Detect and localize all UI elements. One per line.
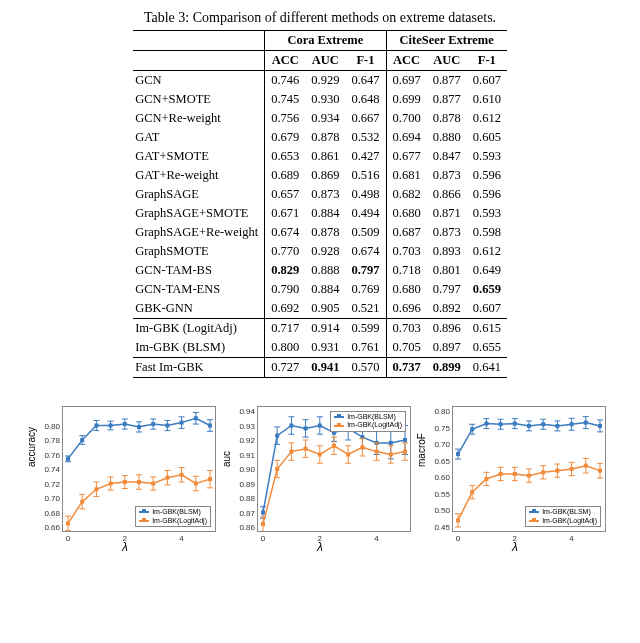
svg-rect-37 <box>123 422 127 426</box>
charts-row: accuracy0.660.680.700.720.740.760.780.80… <box>30 400 610 550</box>
ylabel: macroF <box>416 433 427 467</box>
ytick: 0.68 <box>44 508 63 517</box>
ytick: 0.60 <box>434 473 453 482</box>
svg-rect-213 <box>513 422 517 426</box>
value-cell: 0.873 <box>305 185 345 204</box>
value-cell: 0.696 <box>386 299 427 319</box>
svg-rect-169 <box>318 453 322 457</box>
value-cell: 0.899 <box>427 358 467 378</box>
value-cell: 0.687 <box>386 223 427 242</box>
svg-rect-254 <box>470 490 474 494</box>
ylabel: auc <box>221 451 232 467</box>
svg-rect-43 <box>208 424 212 428</box>
ytick: 0.91 <box>239 450 258 459</box>
method-cell: Im-GBK (BLSM) <box>133 338 265 358</box>
value-cell: 0.905 <box>305 299 345 319</box>
svg-rect-259 <box>541 470 545 474</box>
value-cell: 0.612 <box>467 242 507 261</box>
xlabel: λ <box>317 540 323 554</box>
value-cell: 0.861 <box>305 147 345 166</box>
legend: Im-GBK(BLSM)Im-GBK(LogitAdj) <box>525 506 601 527</box>
ytick: 0.70 <box>44 494 63 503</box>
value-cell: 0.893 <box>427 242 467 261</box>
value-cell: 0.866 <box>427 185 467 204</box>
svg-rect-165 <box>261 522 265 526</box>
value-cell: 0.681 <box>386 166 427 185</box>
svg-rect-87 <box>208 477 212 481</box>
value-cell: 0.649 <box>467 261 507 280</box>
ytick: 0.55 <box>434 489 453 498</box>
ytick: 0.92 <box>239 436 258 445</box>
svg-rect-218 <box>584 421 588 425</box>
ytick: 0.65 <box>434 456 453 465</box>
svg-rect-39 <box>151 422 155 426</box>
value-cell: 0.532 <box>345 128 386 147</box>
svg-rect-84 <box>165 476 169 480</box>
value-cell: 0.929 <box>305 71 345 91</box>
method-cell: GraphSAGE+SMOTE <box>133 204 265 223</box>
value-cell: 0.801 <box>427 261 467 280</box>
ytick: 0.72 <box>44 479 63 488</box>
results-table: Cora Extreme CiteSeer Extreme ACCAUCF-1A… <box>133 30 507 378</box>
svg-rect-219 <box>598 424 602 428</box>
value-cell: 0.871 <box>427 204 467 223</box>
method-cell: GAT+Re-weight <box>133 166 265 185</box>
svg-rect-261 <box>570 467 574 471</box>
value-cell: 0.878 <box>305 128 345 147</box>
value-cell: 0.598 <box>467 223 507 242</box>
legend: Im-GBK(BLSM)Im-GBK(LogitAdj) <box>135 506 211 527</box>
value-cell: 0.677 <box>386 147 427 166</box>
value-cell: 0.800 <box>265 338 306 358</box>
value-cell: 0.790 <box>265 280 306 299</box>
value-cell: 0.761 <box>345 338 386 358</box>
svg-rect-255 <box>484 477 488 481</box>
value-cell: 0.682 <box>386 185 427 204</box>
value-cell: 0.877 <box>427 90 467 109</box>
value-cell: 0.897 <box>427 338 467 358</box>
value-cell: 0.877 <box>427 71 467 91</box>
svg-rect-35 <box>94 424 98 428</box>
svg-rect-42 <box>194 416 198 420</box>
svg-rect-257 <box>513 472 517 476</box>
value-cell: 0.770 <box>265 242 306 261</box>
legend-s1: Im-GBK(BLSM) <box>542 508 591 516</box>
svg-rect-38 <box>137 425 141 429</box>
ylabel: accuracy <box>26 427 37 467</box>
legend-s2: Im-GBK(LogitAdj) <box>347 421 402 429</box>
value-cell: 0.878 <box>427 109 467 128</box>
value-cell: 0.873 <box>427 166 467 185</box>
svg-rect-174 <box>389 453 393 457</box>
value-cell: 0.509 <box>345 223 386 242</box>
value-cell: 0.689 <box>265 166 306 185</box>
xtick: 0 <box>456 534 460 543</box>
value-cell: 0.516 <box>345 166 386 185</box>
ytick: 0.45 <box>434 523 453 532</box>
chart-accuracy: accuracy0.660.680.700.720.740.760.780.80… <box>30 400 220 550</box>
legend-s1: Im-GBK(BLSM) <box>347 413 396 421</box>
value-cell: 0.694 <box>386 128 427 147</box>
method-cell: GCN+Re-weight <box>133 109 265 128</box>
method-cell: Fast Im-GBK <box>133 358 265 378</box>
xlabel: λ <box>122 540 128 554</box>
value-cell: 0.494 <box>345 204 386 223</box>
svg-rect-167 <box>289 450 293 454</box>
legend-s1: Im-GBK(BLSM) <box>152 508 201 516</box>
group-citeseer: CiteSeer Extreme <box>386 31 507 51</box>
value-cell: 0.596 <box>467 185 507 204</box>
value-cell: 0.717 <box>265 319 306 339</box>
ytick: 0.89 <box>239 479 258 488</box>
value-cell: 0.653 <box>265 147 306 166</box>
method-cell: GCN <box>133 71 265 91</box>
svg-rect-260 <box>555 469 559 473</box>
svg-rect-212 <box>499 422 503 426</box>
method-cell: GAT+SMOTE <box>133 147 265 166</box>
ytick: 0.70 <box>434 440 453 449</box>
value-cell: 0.667 <box>345 109 386 128</box>
method-cell: GraphSAGE+Re-weight <box>133 223 265 242</box>
value-cell: 0.888 <box>305 261 345 280</box>
xtick: 4 <box>569 534 573 543</box>
svg-rect-40 <box>165 424 169 428</box>
method-cell: GraphSAGE <box>133 185 265 204</box>
svg-rect-122 <box>275 434 279 438</box>
ytick: 0.50 <box>434 506 453 515</box>
